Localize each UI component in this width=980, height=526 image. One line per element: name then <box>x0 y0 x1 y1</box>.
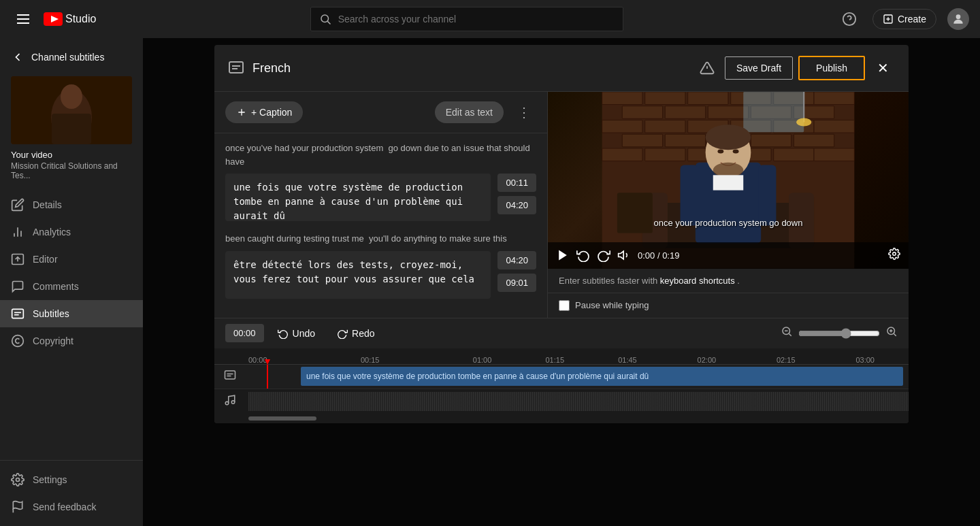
avatar[interactable] <box>947 8 969 30</box>
report-icon <box>700 61 715 76</box>
thumbnail-image <box>11 76 132 144</box>
sidebar-item-subtitles[interactable]: Subtitles <box>0 300 143 327</box>
time-end-1[interactable]: 04:20 <box>497 196 536 214</box>
sidebar-item-label: Analytics <box>33 227 71 237</box>
keyboard-hint-text: Enter subtitles faster with <box>559 276 660 286</box>
subtitle-times-2: 04:20 09:01 <box>497 251 536 292</box>
redo-button[interactable]: Redo <box>329 324 382 343</box>
hamburger-menu-button[interactable] <box>11 7 35 31</box>
sidebar-bottom: Settings Send feedback <box>0 460 143 521</box>
pause-while-typing-checkbox[interactable] <box>559 300 570 311</box>
zoom-in-icon <box>885 325 898 338</box>
zoom-out-button[interactable] <box>781 325 793 341</box>
analytics-icon <box>11 225 24 239</box>
svg-line-84 <box>894 333 896 335</box>
svg-rect-44 <box>602 120 642 133</box>
keyboard-shortcuts-link[interactable]: keyboard shortcuts <box>660 276 735 286</box>
time-start-1[interactable]: 00:11 <box>497 174 536 192</box>
subtitle-entry-2: être détecté lors des tests, croyez-moi,… <box>225 251 536 299</box>
timeline-controls: 00:00 Undo <box>214 318 909 348</box>
svg-rect-56 <box>645 148 685 161</box>
audio-waveform <box>248 392 909 411</box>
subtitle-textarea-2[interactable]: être détecté lors des tests, croyez-moi,… <box>225 251 491 299</box>
sidebar-item-analytics[interactable]: Analytics <box>0 218 143 246</box>
svg-rect-50 <box>622 134 662 147</box>
pause-while-typing-label: Pause while typing <box>575 300 649 310</box>
svg-rect-49 <box>814 120 854 133</box>
subtitle-clip[interactable]: une fois que votre système de production… <box>301 367 903 386</box>
original-text-2: been caught during testing trust me you'… <box>225 232 536 246</box>
svg-marker-78 <box>619 251 624 259</box>
sidebar-item-comments[interactable]: Comments <box>0 273 143 300</box>
forward-5-button[interactable] <box>597 248 610 262</box>
create-button[interactable]: Create <box>872 9 936 29</box>
svg-point-63 <box>796 118 811 127</box>
sidebar-back-button[interactable]: Channel subtitles <box>0 44 143 71</box>
volume-button[interactable] <box>617 248 631 262</box>
svg-point-70 <box>717 150 723 154</box>
time-start-2[interactable]: 04:20 <box>497 251 536 269</box>
time-marker-button[interactable]: 00:00 <box>225 324 264 342</box>
sidebar-item-send-feedback[interactable]: Send feedback <box>0 493 143 521</box>
save-draft-button[interactable]: Save Draft <box>725 56 793 80</box>
time-display: 0:00 / 0:19 <box>638 250 679 261</box>
svg-marker-77 <box>559 250 567 261</box>
svg-rect-40 <box>665 106 705 119</box>
modal-close-button[interactable]: ✕ <box>870 56 895 80</box>
svg-point-9 <box>956 14 961 19</box>
play-button[interactable] <box>556 248 570 262</box>
search-input-wrap[interactable] <box>310 7 623 31</box>
sidebar-item-settings[interactable]: Settings <box>0 466 143 493</box>
zoom-controls <box>781 325 898 341</box>
subtitle-panel: + Caption Edit as text ⋮ once you've had… <box>214 92 548 318</box>
scroll-thumb[interactable] <box>248 416 316 421</box>
scroll-track <box>214 414 909 423</box>
more-options-button[interactable]: ⋮ <box>512 100 536 125</box>
svg-rect-74 <box>681 165 698 226</box>
svg-rect-54 <box>794 134 834 147</box>
add-caption-label: + Caption <box>251 107 292 118</box>
svg-rect-75 <box>758 165 776 226</box>
report-button[interactable] <box>695 56 719 80</box>
subtitle-list: once you've had your production system g… <box>214 133 547 318</box>
sidebar-item-editor[interactable]: Editor <box>0 246 143 273</box>
edit-as-text-button[interactable]: Edit as text <box>435 101 504 123</box>
subtitle-times-1: 00:11 04:20 <box>497 174 536 214</box>
svg-point-22 <box>12 335 24 347</box>
sidebar-item-label: Send feedback <box>33 502 96 512</box>
undo-icon <box>278 328 289 339</box>
svg-rect-53 <box>751 134 791 147</box>
add-caption-button[interactable]: + Caption <box>225 101 303 123</box>
audio-track-icon <box>224 394 236 408</box>
zoom-slider[interactable] <box>798 328 880 339</box>
redo-icon <box>337 328 348 339</box>
youtube-logo: Studio <box>44 12 96 26</box>
zoom-in-button[interactable] <box>885 325 898 341</box>
hamburger-icon <box>12 9 35 29</box>
rewind-10-button[interactable] <box>576 248 590 262</box>
sidebar: Channel subtitles Your video Mission Cri… <box>0 38 143 526</box>
sidebar-item-copyright[interactable]: Copyright <box>0 327 143 355</box>
help-icon <box>842 12 857 27</box>
subtitle-textarea-1[interactable]: une fois que votre système de production… <box>225 174 491 221</box>
gear-icon <box>888 248 900 260</box>
sidebar-item-details[interactable]: Details <box>0 191 143 218</box>
modal-title: French <box>252 61 687 76</box>
search-bar <box>107 7 826 31</box>
undo-label: Undo <box>293 328 315 339</box>
svg-rect-73 <box>713 175 743 190</box>
search-input[interactable] <box>338 14 615 24</box>
help-button[interactable] <box>837 7 862 31</box>
svg-rect-33 <box>602 92 642 105</box>
video-thumbnail <box>11 76 132 144</box>
video-settings-button[interactable] <box>888 248 900 263</box>
svg-point-90 <box>225 401 229 405</box>
svg-point-79 <box>893 252 896 255</box>
video-info: Your video Mission Critical Solutions an… <box>11 150 132 180</box>
svg-rect-13 <box>52 114 91 144</box>
undo-button[interactable]: Undo <box>270 324 323 343</box>
svg-rect-35 <box>688 92 728 105</box>
video-subtitle-overlay: once your production system go down <box>548 218 909 228</box>
publish-button[interactable]: Publish <box>798 56 865 80</box>
time-end-2[interactable]: 09:01 <box>497 274 536 292</box>
